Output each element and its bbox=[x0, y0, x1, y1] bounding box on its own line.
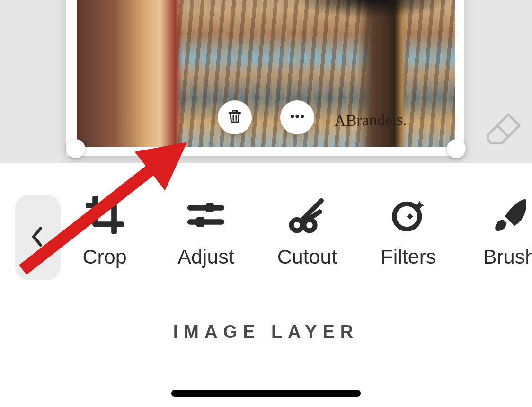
svg-rect-4 bbox=[206, 203, 214, 212]
tool-label: Brush bbox=[483, 245, 532, 268]
tool-brush[interactable]: Brush bbox=[481, 195, 532, 268]
more-button[interactable] bbox=[280, 100, 314, 134]
tool-cutout[interactable]: Cutout bbox=[278, 195, 336, 268]
resize-handle-bottom-left[interactable] bbox=[66, 139, 85, 158]
svg-point-9 bbox=[394, 204, 419, 229]
chevron-left-icon bbox=[29, 225, 46, 250]
crop-icon bbox=[85, 195, 124, 235]
tool-label: Filters bbox=[381, 245, 436, 268]
delete-button[interactable] bbox=[218, 100, 252, 134]
tool-toolbar: Crop Adjust Cu bbox=[0, 195, 532, 280]
trash-icon bbox=[226, 108, 243, 127]
svg-point-0 bbox=[291, 115, 294, 118]
scissors-icon bbox=[287, 195, 327, 235]
section-title: IMAGE LAYER bbox=[0, 322, 532, 342]
tool-list: Crop Adjust Cu bbox=[76, 195, 532, 268]
filters-icon bbox=[389, 195, 428, 235]
home-indicator bbox=[171, 390, 361, 397]
eraser-icon bbox=[485, 141, 523, 149]
tool-label: Crop bbox=[82, 245, 126, 268]
svg-point-2 bbox=[301, 115, 304, 118]
toolbar-back-button[interactable] bbox=[15, 195, 61, 280]
eraser-tool[interactable] bbox=[485, 110, 523, 148]
sliders-icon bbox=[186, 195, 226, 235]
tool-label: Adjust bbox=[177, 245, 234, 268]
svg-rect-6 bbox=[196, 217, 204, 227]
svg-point-1 bbox=[295, 115, 299, 118]
resize-handle-bottom-right[interactable] bbox=[447, 139, 466, 158]
floating-actions bbox=[0, 100, 532, 134]
canvas-area: ABrandeis. bbox=[0, 0, 532, 163]
ellipsis-icon bbox=[289, 108, 306, 127]
tool-label: Cutout bbox=[277, 245, 337, 268]
tool-crop[interactable]: Crop bbox=[76, 195, 133, 268]
brush-icon bbox=[490, 195, 530, 235]
tool-adjust[interactable]: Adjust bbox=[177, 195, 235, 268]
tool-filters[interactable]: Filters bbox=[380, 195, 437, 268]
